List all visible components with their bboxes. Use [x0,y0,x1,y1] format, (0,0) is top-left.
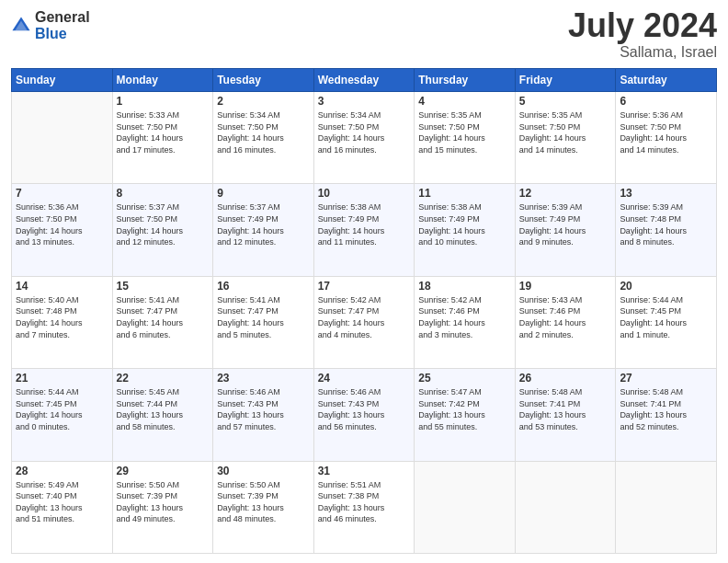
day-number: 16 [217,280,310,293]
day-info: Sunrise: 5:41 AM Sunset: 7:47 PM Dayligh… [217,294,310,340]
day-info: Sunrise: 5:44 AM Sunset: 7:45 PM Dayligh… [620,294,712,340]
day-info: Sunrise: 5:43 AM Sunset: 7:46 PM Dayligh… [519,294,612,340]
day-info: Sunrise: 5:37 AM Sunset: 7:49 PM Dayligh… [217,201,310,247]
calendar-cell: 21Sunrise: 5:44 AM Sunset: 7:45 PM Dayli… [12,369,113,461]
title-location: Sallama, Israel [568,44,717,61]
day-info: Sunrise: 5:48 AM Sunset: 7:41 PM Dayligh… [519,386,612,432]
day-info: Sunrise: 5:46 AM Sunset: 7:43 PM Dayligh… [318,386,411,432]
calendar-cell: 18Sunrise: 5:42 AM Sunset: 7:46 PM Dayli… [415,276,516,368]
calendar-cell: 7Sunrise: 5:36 AM Sunset: 7:50 PM Daylig… [12,184,113,276]
day-number: 18 [418,280,511,293]
day-info: Sunrise: 5:38 AM Sunset: 7:49 PM Dayligh… [318,201,411,247]
day-number: 13 [620,187,712,200]
calendar-cell: 26Sunrise: 5:48 AM Sunset: 7:41 PM Dayli… [515,369,616,461]
day-number: 20 [620,280,712,293]
day-info: Sunrise: 5:44 AM Sunset: 7:45 PM Dayligh… [16,386,108,432]
day-info: Sunrise: 5:35 AM Sunset: 7:50 PM Dayligh… [519,109,612,155]
day-info: Sunrise: 5:42 AM Sunset: 7:46 PM Dayligh… [418,294,511,340]
day-info: Sunrise: 5:45 AM Sunset: 7:44 PM Dayligh… [117,386,210,432]
day-number: 25 [418,372,511,385]
calendar-cell: 15Sunrise: 5:41 AM Sunset: 7:47 PM Dayli… [112,276,213,368]
page: General Blue July 2024 Sallama, Israel S… [0,0,728,563]
day-info: Sunrise: 5:36 AM Sunset: 7:50 PM Dayligh… [16,201,108,247]
day-number: 28 [16,465,108,477]
calendar-header-friday: Friday [515,69,616,92]
logo: General Blue [11,9,90,41]
day-info: Sunrise: 5:34 AM Sunset: 7:50 PM Dayligh… [318,109,411,155]
calendar-cell: 24Sunrise: 5:46 AM Sunset: 7:43 PM Dayli… [313,369,415,461]
header: General Blue July 2024 Sallama, Israel [11,9,717,61]
day-info: Sunrise: 5:47 AM Sunset: 7:42 PM Dayligh… [418,386,511,432]
day-number: 9 [217,187,310,200]
day-number: 12 [519,187,612,200]
day-number: 17 [318,280,411,293]
calendar-header-thursday: Thursday [415,69,516,92]
day-number: 23 [217,372,310,385]
logo-general: General [35,9,90,26]
day-number: 2 [217,95,310,108]
calendar-header-wednesday: Wednesday [313,69,415,92]
calendar-cell: 25Sunrise: 5:47 AM Sunset: 7:42 PM Dayli… [415,369,516,461]
day-info: Sunrise: 5:51 AM Sunset: 7:38 PM Dayligh… [318,479,411,525]
calendar-cell: 27Sunrise: 5:48 AM Sunset: 7:41 PM Dayli… [616,369,717,461]
calendar-cell: 6Sunrise: 5:36 AM Sunset: 7:50 PM Daylig… [616,92,717,184]
day-number: 14 [16,280,108,293]
calendar-cell: 31Sunrise: 5:51 AM Sunset: 7:38 PM Dayli… [313,461,415,553]
day-info: Sunrise: 5:39 AM Sunset: 7:48 PM Dayligh… [620,201,712,247]
logo-icon [11,16,31,36]
calendar-header-monday: Monday [112,69,213,92]
calendar-table: SundayMondayTuesdayWednesdayThursdayFrid… [11,68,717,554]
day-info: Sunrise: 5:46 AM Sunset: 7:43 PM Dayligh… [217,386,310,432]
logo-blue: Blue [35,26,90,42]
day-number: 10 [318,187,411,200]
day-info: Sunrise: 5:35 AM Sunset: 7:50 PM Dayligh… [418,109,511,155]
calendar-cell: 20Sunrise: 5:44 AM Sunset: 7:45 PM Dayli… [616,276,717,368]
calendar-cell [616,461,717,553]
day-number: 30 [217,465,310,477]
day-info: Sunrise: 5:37 AM Sunset: 7:50 PM Dayligh… [117,201,210,247]
calendar-cell: 19Sunrise: 5:43 AM Sunset: 7:46 PM Dayli… [515,276,616,368]
calendar-cell: 23Sunrise: 5:46 AM Sunset: 7:43 PM Dayli… [213,369,314,461]
day-info: Sunrise: 5:34 AM Sunset: 7:50 PM Dayligh… [217,109,310,155]
day-number: 15 [117,280,210,293]
calendar-cell: 2Sunrise: 5:34 AM Sunset: 7:50 PM Daylig… [213,92,314,184]
calendar-cell: 13Sunrise: 5:39 AM Sunset: 7:48 PM Dayli… [616,184,717,276]
calendar-cell: 1Sunrise: 5:33 AM Sunset: 7:50 PM Daylig… [112,92,213,184]
day-number: 24 [318,372,411,385]
calendar-cell: 14Sunrise: 5:40 AM Sunset: 7:48 PM Dayli… [12,276,113,368]
day-number: 11 [418,187,511,200]
calendar-header-sunday: Sunday [12,69,113,92]
day-number: 8 [117,187,210,200]
calendar-cell: 11Sunrise: 5:38 AM Sunset: 7:49 PM Dayli… [415,184,516,276]
day-info: Sunrise: 5:42 AM Sunset: 7:47 PM Dayligh… [318,294,411,340]
day-info: Sunrise: 5:50 AM Sunset: 7:39 PM Dayligh… [217,479,310,525]
title-month: July 2024 [568,9,717,42]
calendar-cell: 4Sunrise: 5:35 AM Sunset: 7:50 PM Daylig… [415,92,516,184]
calendar-cell [12,92,113,184]
calendar-cell: 8Sunrise: 5:37 AM Sunset: 7:50 PM Daylig… [112,184,213,276]
calendar-header-saturday: Saturday [616,69,717,92]
calendar-cell: 10Sunrise: 5:38 AM Sunset: 7:49 PM Dayli… [313,184,415,276]
day-number: 29 [117,465,210,477]
day-info: Sunrise: 5:36 AM Sunset: 7:50 PM Dayligh… [620,109,712,155]
calendar-cell [515,461,616,553]
calendar-cell: 12Sunrise: 5:39 AM Sunset: 7:49 PM Dayli… [515,184,616,276]
day-info: Sunrise: 5:38 AM Sunset: 7:49 PM Dayligh… [418,201,511,247]
day-number: 21 [16,372,108,385]
calendar-cell: 9Sunrise: 5:37 AM Sunset: 7:49 PM Daylig… [213,184,314,276]
calendar-header-row: SundayMondayTuesdayWednesdayThursdayFrid… [12,69,717,92]
day-info: Sunrise: 5:39 AM Sunset: 7:49 PM Dayligh… [519,201,612,247]
day-info: Sunrise: 5:49 AM Sunset: 7:40 PM Dayligh… [16,479,108,525]
day-number: 3 [318,95,411,108]
day-info: Sunrise: 5:40 AM Sunset: 7:48 PM Dayligh… [16,294,108,340]
calendar-cell: 29Sunrise: 5:50 AM Sunset: 7:39 PM Dayli… [112,461,213,553]
calendar-week-row: 28Sunrise: 5:49 AM Sunset: 7:40 PM Dayli… [12,461,717,553]
title-block: July 2024 Sallama, Israel [568,9,717,61]
logo-text: General Blue [35,9,90,41]
calendar-cell: 30Sunrise: 5:50 AM Sunset: 7:39 PM Dayli… [213,461,314,553]
calendar-week-row: 21Sunrise: 5:44 AM Sunset: 7:45 PM Dayli… [12,369,717,461]
calendar-cell: 5Sunrise: 5:35 AM Sunset: 7:50 PM Daylig… [515,92,616,184]
calendar-cell: 22Sunrise: 5:45 AM Sunset: 7:44 PM Dayli… [112,369,213,461]
day-info: Sunrise: 5:33 AM Sunset: 7:50 PM Dayligh… [117,109,210,155]
day-number: 27 [620,372,712,385]
